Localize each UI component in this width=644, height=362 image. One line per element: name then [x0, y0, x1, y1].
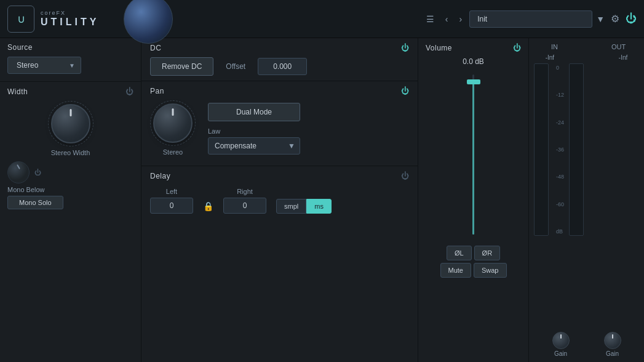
delay-left-label: Left: [150, 188, 193, 195]
unit-ms-button[interactable]: ms: [306, 199, 332, 214]
nav-controls: ☰ ‹ › Init ▼ ⚙ ⏻: [423, 10, 637, 28]
mute-swap-row: Mute Swap: [426, 263, 521, 278]
out-label: OUT: [600, 43, 637, 50]
stereo-width-knob[interactable]: [51, 104, 90, 143]
pan-right-controls: Dual Mode Law Compensate Linear Constant…: [208, 103, 300, 155]
delay-header: Delay ⏻: [150, 171, 409, 180]
law-select-wrapper: Compensate Linear Constant Power ▼: [208, 137, 300, 155]
in-value: -Inf: [546, 54, 554, 61]
nav-prev-button[interactable]: ‹: [442, 12, 452, 26]
main-content: Source Stereo Mono L Mono R Sum L+R ▼ Wi…: [0, 38, 644, 362]
scale-36: -36: [556, 147, 564, 153]
volume-fader[interactable]: [472, 74, 474, 235]
source-dropdown[interactable]: Stereo Mono L Mono R Sum L+R: [7, 57, 81, 74]
source-section: Source Stereo Mono L Mono R Sum L+R ▼: [0, 38, 141, 82]
fader-fill: [472, 82, 474, 235]
gain-out-knob[interactable]: [604, 332, 621, 349]
gain-in-label: Gain: [554, 350, 567, 357]
logo-icon: ∪: [7, 6, 34, 33]
width-section: Width ⏻ Stereo Width ⏻ Mono Below Mono S…: [0, 82, 141, 362]
pan-knob-label: Stereo: [163, 148, 183, 156]
remove-dc-button[interactable]: Remove DC: [150, 57, 213, 76]
utility-label: UTILITY: [41, 17, 99, 28]
lock-icon[interactable]: 🔒: [203, 201, 213, 211]
pan-title: Pan: [150, 87, 164, 95]
scale-24: -24: [556, 119, 564, 126]
meter-values-row: -Inf -Inf: [534, 54, 639, 61]
nav-menu-button[interactable]: ☰: [423, 12, 438, 26]
corefx-label: coreFX: [41, 10, 99, 17]
volume-power-icon[interactable]: ⏻: [513, 43, 521, 52]
scale-48: -48: [556, 174, 564, 180]
delay-right-label: Right: [223, 188, 266, 195]
delay-power-icon[interactable]: ⏻: [401, 171, 409, 180]
gain-in-col: Gain: [552, 332, 570, 357]
pan-controls: Stereo Dual Mode Law Compensate Linear C…: [150, 100, 409, 161]
delay-title: Delay: [150, 172, 170, 180]
delay-right-input[interactable]: [223, 198, 266, 214]
in-meter-bar: [534, 63, 549, 236]
phase-l-button[interactable]: ØL: [447, 246, 472, 260]
gain-in-knob[interactable]: [552, 332, 570, 349]
dc-title: DC: [150, 44, 161, 52]
pan-power-icon[interactable]: ⏻: [401, 86, 409, 95]
dc-header: DC ⏻: [150, 43, 409, 52]
stereo-width-knob-container: Stereo Width: [7, 101, 133, 156]
dc-controls: Remove DC Offset: [150, 57, 409, 76]
preset-select[interactable]: Init: [469, 10, 592, 28]
law-label: Law: [208, 127, 300, 135]
meters-header: IN OUT: [534, 43, 639, 50]
mono-below-power-icon[interactable]: ⏻: [34, 169, 41, 176]
delay-controls: Left 🔒 Right smpl ms: [150, 188, 409, 214]
mono-below-row: ⏻: [7, 161, 41, 183]
gain-out-label: Gain: [606, 350, 619, 357]
dc-section: DC ⏻ Remove DC Offset: [141, 38, 418, 81]
delay-right-col: Right: [223, 188, 266, 214]
source-dropdown-wrapper: Stereo Mono L Mono R Sum L+R ▼: [7, 57, 81, 74]
swap-button[interactable]: Swap: [474, 263, 507, 278]
out-meter-bar: [569, 63, 584, 236]
width-title: Width: [7, 87, 28, 96]
pan-header: Pan ⏻: [150, 86, 409, 95]
dual-mode-button[interactable]: Dual Mode: [208, 103, 300, 121]
gain-out-col: Gain: [604, 332, 621, 357]
preset-arrow-icon: ▼: [596, 14, 605, 24]
power-button[interactable]: ⏻: [626, 12, 637, 25]
phase-r-button[interactable]: ØR: [474, 246, 501, 260]
source-header: Source: [7, 43, 133, 52]
fader-area: [426, 74, 521, 241]
pan-section: Pan ⏻ Stereo Dual Mode Law Co: [141, 81, 418, 166]
in-meter-col: [534, 63, 549, 236]
out-value: -Inf: [619, 54, 627, 61]
meters-panel: IN OUT -Inf -Inf 0 -12 -24 -36 -48: [529, 38, 644, 362]
mono-below-knob[interactable]: [7, 161, 30, 183]
out-meter-col: [569, 63, 584, 236]
meter-scale: 0 -12 -24 -36 -48 -60 dB: [556, 63, 564, 236]
unit-buttons: smpl ms: [276, 199, 332, 214]
knob-ring: [48, 101, 93, 147]
volume-header: Volume ⏻: [426, 43, 521, 52]
mono-solo-button[interactable]: Mono Solo: [7, 196, 63, 209]
law-select[interactable]: Compensate Linear Constant Power: [208, 137, 300, 155]
volume-panel: Volume ⏻ 0.0 dB ØL ØR Mute Swap: [418, 38, 529, 362]
delay-left-col: Left: [150, 188, 193, 214]
unit-smpl-button[interactable]: smpl: [276, 199, 306, 214]
width-power-icon[interactable]: ⏻: [125, 87, 133, 96]
settings-button[interactable]: ⚙: [608, 10, 622, 27]
mute-button[interactable]: Mute: [440, 263, 471, 278]
logo-text: coreFX UTILITY: [41, 10, 99, 27]
volume-db-label: 0.0 dB: [426, 57, 521, 66]
scale-12: -12: [556, 92, 564, 98]
globe-icon: [124, 0, 173, 44]
nav-next-button[interactable]: ›: [455, 12, 466, 26]
scale-60: -60: [556, 201, 564, 207]
meters-bottom: Gain Gain: [534, 332, 639, 357]
offset-input[interactable]: [258, 58, 307, 75]
law-area: Law Compensate Linear Constant Power ▼: [208, 127, 300, 155]
delay-left-input[interactable]: [150, 198, 193, 214]
dc-power-icon[interactable]: ⏻: [401, 43, 409, 52]
pan-knob[interactable]: [153, 103, 193, 143]
pan-knob-container: Stereo: [150, 100, 196, 156]
volume-title: Volume: [426, 44, 452, 52]
offset-label: Offset: [226, 62, 245, 71]
